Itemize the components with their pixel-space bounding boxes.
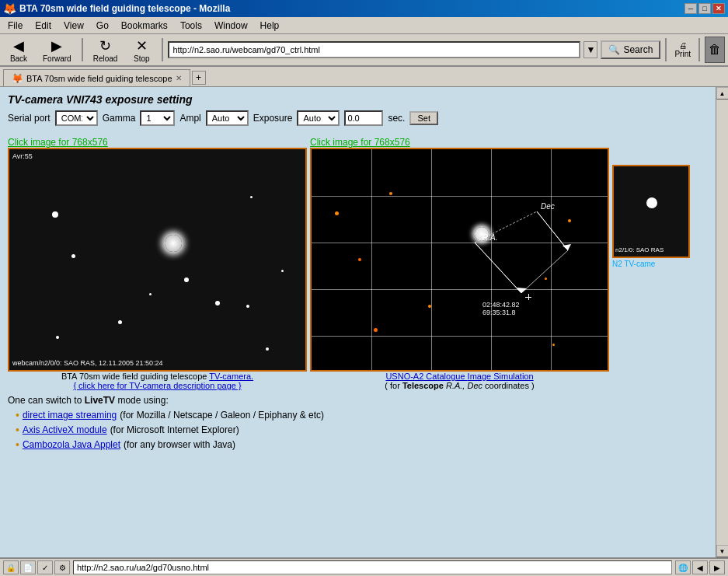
menu-go[interactable]: Go bbox=[92, 19, 113, 33]
address-input[interactable] bbox=[168, 41, 580, 58]
serial-port-select[interactable]: COM1COM2COM3 bbox=[55, 110, 98, 126]
coord-text: 02:48:42.8269:35:31.8 bbox=[482, 301, 520, 316]
tab-close-button[interactable]: ✕ bbox=[176, 74, 182, 82]
status-arrow2-icon: ▶ bbox=[709, 560, 725, 574]
exposure-label: Exposure bbox=[253, 113, 293, 124]
menu-window[interactable]: Window bbox=[210, 19, 253, 33]
exposure-select[interactable]: Auto1/501/25 bbox=[297, 110, 340, 126]
search-button[interactable]: 🔍 Search bbox=[601, 40, 660, 59]
scrollbar[interactable]: ▲ ▼ bbox=[716, 87, 728, 557]
maximize-button[interactable]: □ bbox=[698, 3, 711, 14]
close-button[interactable]: ✕ bbox=[712, 3, 725, 14]
ampl-label: Ampl bbox=[179, 113, 200, 124]
livetv-section: One can switch to LiveTV mode using: • d… bbox=[8, 395, 708, 451]
bright-star-1 bbox=[165, 235, 182, 252]
menu-bar: File Edit View Go Bookmarks Tools Window… bbox=[0, 17, 728, 34]
menu-edit[interactable]: Edit bbox=[30, 19, 56, 33]
title-bar-buttons[interactable]: ─ □ ✕ bbox=[684, 3, 725, 14]
tab-main[interactable]: 🦊 BTA 70sm wide field guiding telescope … bbox=[3, 69, 190, 86]
star-10 bbox=[281, 270, 284, 272]
address-dropdown[interactable]: ▼ bbox=[583, 41, 597, 58]
star-9 bbox=[266, 347, 269, 351]
reload-button[interactable]: ↻ Reload bbox=[88, 36, 124, 64]
back-icon: ◀ bbox=[13, 37, 24, 54]
left-image-link-text[interactable]: Click image for 768x576 bbox=[8, 137, 108, 148]
desc-usno-link[interactable]: USNO-A2 Catalogue bbox=[385, 372, 467, 381]
minimize-button[interactable]: ─ bbox=[684, 3, 697, 14]
thumb-image[interactable]: n2/1/0: SAO RAS bbox=[612, 165, 690, 258]
status-icon-4: ⚙ bbox=[54, 560, 70, 574]
left-image-link[interactable]: Click image for 768x576 bbox=[8, 137, 307, 148]
star-2 bbox=[52, 211, 58, 218]
desc-left-link[interactable]: TV-camera. bbox=[209, 372, 253, 381]
livetv-prefix: One can switch to bbox=[8, 395, 85, 406]
menu-tools[interactable]: Tools bbox=[176, 19, 207, 33]
set-button[interactable]: Set bbox=[409, 111, 438, 125]
print-button[interactable]: 🖨 Print bbox=[671, 36, 694, 64]
status-icon-1: 🔒 bbox=[3, 560, 19, 574]
images-row: Click image for 768x576 Avr:5 bbox=[8, 137, 708, 372]
livetv-link-2[interactable]: Axis ActiveX module bbox=[23, 424, 107, 435]
star-5 bbox=[246, 305, 249, 308]
star-4 bbox=[184, 278, 189, 282]
print-label: Print bbox=[674, 50, 691, 58]
title-bar: 🦊 BTA 70sm wide field guiding telescope … bbox=[0, 0, 728, 17]
search-icon: 🔍 bbox=[608, 44, 620, 55]
thumb-section: n2/1/0: SAO RAS N2 TV-came bbox=[612, 137, 690, 268]
livetv-text-1: (for Mozilla / Netscape / Galeon / Epiph… bbox=[120, 410, 324, 421]
reload-icon: ↻ bbox=[99, 37, 111, 54]
list-item-3: • Cambozola Java Applet (for any browser… bbox=[16, 438, 708, 451]
forward-icon: ▶ bbox=[51, 37, 62, 54]
address-bar: ▼ bbox=[168, 41, 597, 58]
status-icons: 🔒 📄 ✓ ⚙ bbox=[3, 560, 70, 574]
exposure-seconds-input[interactable] bbox=[344, 110, 383, 126]
desc-telescope-bold: Telescope bbox=[402, 381, 444, 390]
new-tab-button[interactable]: + bbox=[192, 71, 206, 85]
page-title: TV-camera VNI743 exposure setting bbox=[8, 93, 708, 106]
right-image-link[interactable]: Click image for 768x576 bbox=[310, 137, 609, 148]
livetv-link-1[interactable]: direct image streaming bbox=[23, 410, 117, 421]
star-12 bbox=[250, 196, 253, 198]
star-6 bbox=[118, 320, 122, 324]
stop-button[interactable]: ✕ Stop bbox=[126, 36, 157, 64]
menu-view[interactable]: View bbox=[59, 19, 89, 33]
arrow-overlay bbox=[312, 149, 608, 370]
stop-label: Stop bbox=[134, 54, 150, 63]
menu-bookmarks[interactable]: Bookmarks bbox=[117, 19, 172, 33]
main-content: TV-camera VNI743 exposure setting Serial… bbox=[0, 87, 716, 557]
tab-bar: 🦊 BTA 70sm wide field guiding telescope … bbox=[0, 67, 728, 87]
thumb-caption: N2 TV-came bbox=[612, 260, 690, 268]
menu-file[interactable]: File bbox=[3, 19, 27, 33]
list-item-2: • Axis ActiveX module (for Microsoft Int… bbox=[16, 424, 708, 436]
menu-help[interactable]: Help bbox=[256, 19, 284, 33]
desc-row: BTA 70sm wide field guiding telescope TV… bbox=[8, 372, 708, 390]
back-button[interactable]: ◀ Back bbox=[3, 36, 34, 64]
star-image[interactable]: R.A. Dec 02:48:42.8269:35:31.8 bbox=[310, 148, 609, 372]
desc-left-part1: BTA 70sm wide field guiding telescope bbox=[61, 372, 209, 381]
toolbar-separator-1 bbox=[82, 38, 83, 61]
ampl-select[interactable]: Auto124 bbox=[206, 110, 249, 126]
stop-icon: ✕ bbox=[136, 37, 148, 54]
right-image-link-text[interactable]: Click image for 768x576 bbox=[310, 137, 410, 148]
camera-image[interactable]: Avr:55 webcam/n2/0/0: SAO RAS, 12.11.200… bbox=[8, 148, 307, 372]
livetv-link-3[interactable]: Cambozola Java Applet bbox=[23, 439, 120, 450]
toolbar-separator-3 bbox=[665, 38, 667, 61]
livetv-suffix: mode using: bbox=[115, 395, 169, 406]
forward-label: Forward bbox=[43, 54, 71, 63]
ra-label: R.A. bbox=[482, 233, 497, 242]
serial-port-label: Serial port bbox=[8, 113, 51, 124]
scroll-down-button[interactable]: ▼ bbox=[716, 545, 729, 557]
desc-sim-link[interactable]: Image Simulation bbox=[468, 372, 534, 381]
desc-left: BTA 70sm wide field guiding telescope TV… bbox=[8, 372, 307, 390]
desc-left-part2[interactable]: { click here for TV-camera description p… bbox=[73, 381, 241, 390]
svg-line-7 bbox=[521, 250, 568, 293]
desc-coords-italic: R.A., Dec bbox=[444, 381, 482, 390]
thumb-spacer bbox=[612, 137, 690, 151]
desc-right: USNO-A2 Catalogue Image Simulation ( for… bbox=[310, 372, 609, 390]
scroll-up-button[interactable]: ▲ bbox=[716, 87, 729, 99]
gamma-select[interactable]: 120.5 bbox=[140, 110, 175, 126]
image-caption: webcam/n2/0/0: SAO RAS, 12.11.2005 21:50… bbox=[12, 359, 163, 367]
forward-button[interactable]: ▶ Forward bbox=[37, 36, 77, 64]
browser-icon: 🦊 bbox=[3, 2, 16, 15]
livetv-list: • direct image streaming (for Mozilla / … bbox=[8, 409, 708, 451]
